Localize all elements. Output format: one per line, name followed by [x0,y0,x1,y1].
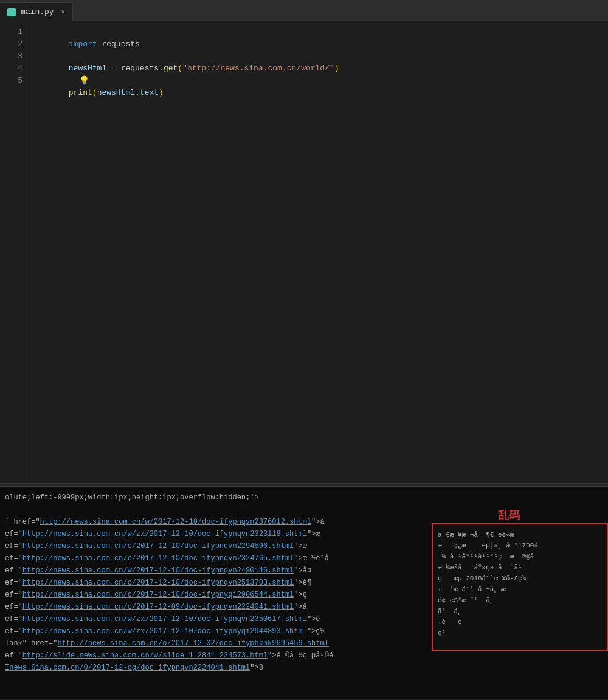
link-inews-sina[interactable]: Inews.Sina.com.cn/0/2017-12-og/doc_ifypn… [5,664,250,672]
func-print: print [69,88,92,97]
attr-text: text [140,88,159,97]
var-newshtml: newsHtml [69,64,106,73]
editor-tab[interactable]: main.py × [0,2,73,21]
code-line-5: print(newsHtml.text) [40,75,598,87]
link-2294596[interactable]: http://news.sina.com.cn/c/2017-12-10/doc… [22,542,294,551]
url-string: "http://news.sina.com.cn/world/" [182,64,334,73]
code-lines[interactable]: import requests newsHtml = requests.get(… [30,21,608,483]
link-2944893[interactable]: http://news.sina.com.cn/w/zx/2017-12-10/… [22,627,307,636]
code-editor: 1 2 3 4 5 import requests newsHtml = req… [0,21,608,483]
output-line-13: ef="http://slide.news.sina.com.cn/w/slid… [0,650,608,662]
link-2906544[interactable]: http://news.sina.com.cn/c/2017-12-10/doc… [22,591,294,599]
garbled-text-box: ä¸€æ ¥æ ¬å ¶€ è¢«æ æ ´§¿æ èµ¦ä¸ å °1700å… [432,523,608,651]
line-num-5: 5 [5,75,22,87]
link-9695459[interactable]: http://news.sina.com.cn/o/2017-12-02/doc… [57,639,328,648]
line-numbers: 1 2 3 4 5 [0,21,30,483]
garbled-content: ä¸€æ ¥æ ¬å ¶€ è¢«æ æ ´§¿æ èµ¦ä¸ å °1700å… [438,529,602,639]
line-num-2: 2 [5,38,22,50]
bulb-icon: 💡 [69,76,89,86]
output-line-0: olute;left:-9999px;width:1px;height:1px;… [0,492,608,504]
link-2513703[interactable]: http://news.sina.com.cn/o/2017-12-10/doc… [22,578,294,587]
code-line-3: newsHtml = requests.get("http://news.sin… [40,50,598,63]
link-2376012[interactable]: http://news.sina.com.cn/w/2017-12-10/doc… [40,518,311,526]
link-2490146[interactable]: http://news.sina.com.cn/w/2017-12-10/doc… [22,566,294,575]
var-newshtml-ref: newsHtml [97,88,135,97]
output-line-14: Inews.Sina.com.cn/0/2017-12-og/doc_ifypn… [0,662,608,674]
link-2350617[interactable]: http://news.sina.com.cn/w/zx/2017-12-10/… [22,615,307,623]
output-console: olute;left:-9999px;width:1px;height:1px;… [0,487,608,699]
python-file-icon [7,8,16,16]
line-num-3: 3 [5,50,22,63]
tab-filename: main.py [21,7,54,16]
keyword-import: import [69,39,97,49]
import-module: requests [97,39,140,49]
code-line-1: import requests [40,26,598,38]
tab-close-button[interactable]: × [61,9,66,16]
link-2224041[interactable]: http://news.sina.com.cn/o/2017-12-09/doc… [22,603,294,611]
garbled-label: 乱码 [498,508,520,523]
func-get: get [164,64,178,73]
tab-bar: main.py × [0,0,608,21]
link-2324765[interactable]: http://news.sina.com.cn/o/2017-12-10/doc… [22,554,294,563]
link-slide-224573[interactable]: http://slide.news.sina.com.cn/w/slide_1_… [22,651,268,660]
line-num-4: 4 [5,63,22,75]
line-num-1: 1 [5,26,22,38]
link-2323118[interactable]: http://news.sina.com.cn/w/zx/2017-12-10/… [22,530,307,538]
